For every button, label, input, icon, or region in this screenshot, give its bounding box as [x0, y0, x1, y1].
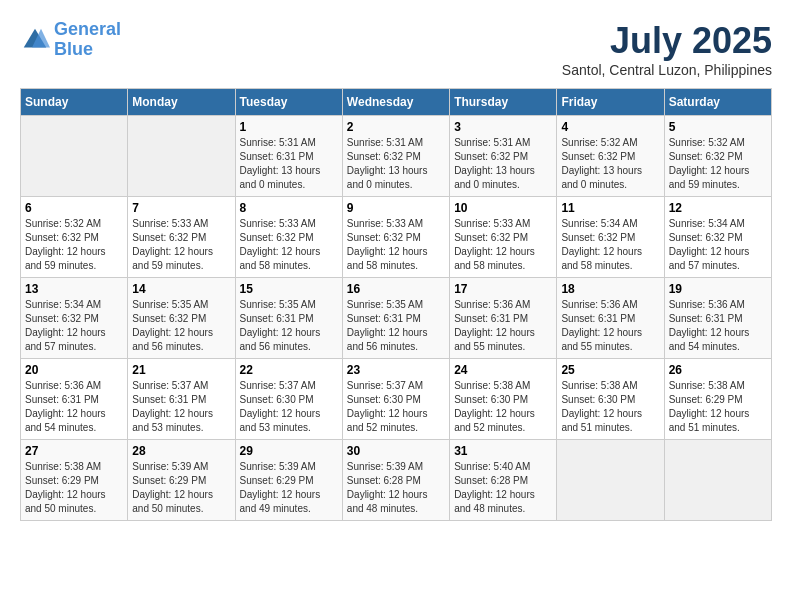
calendar-cell: 29Sunrise: 5:39 AMSunset: 6:29 PMDayligh… [235, 440, 342, 521]
day-detail: Sunrise: 5:39 AMSunset: 6:29 PMDaylight:… [240, 460, 338, 516]
calendar-body: 1Sunrise: 5:31 AMSunset: 6:31 PMDaylight… [21, 116, 772, 521]
calendar-cell: 22Sunrise: 5:37 AMSunset: 6:30 PMDayligh… [235, 359, 342, 440]
calendar-cell: 31Sunrise: 5:40 AMSunset: 6:28 PMDayligh… [450, 440, 557, 521]
calendar-cell: 30Sunrise: 5:39 AMSunset: 6:28 PMDayligh… [342, 440, 449, 521]
day-number: 21 [132, 363, 230, 377]
day-number: 27 [25, 444, 123, 458]
day-detail: Sunrise: 5:37 AMSunset: 6:30 PMDaylight:… [347, 379, 445, 435]
calendar-week: 20Sunrise: 5:36 AMSunset: 6:31 PMDayligh… [21, 359, 772, 440]
logo-icon [20, 25, 50, 55]
day-detail: Sunrise: 5:37 AMSunset: 6:30 PMDaylight:… [240, 379, 338, 435]
day-number: 7 [132, 201, 230, 215]
calendar-cell: 15Sunrise: 5:35 AMSunset: 6:31 PMDayligh… [235, 278, 342, 359]
day-detail: Sunrise: 5:38 AMSunset: 6:29 PMDaylight:… [669, 379, 767, 435]
calendar-cell: 26Sunrise: 5:38 AMSunset: 6:29 PMDayligh… [664, 359, 771, 440]
weekday-label: Sunday [21, 89, 128, 116]
calendar-cell: 2Sunrise: 5:31 AMSunset: 6:32 PMDaylight… [342, 116, 449, 197]
day-number: 11 [561, 201, 659, 215]
day-detail: Sunrise: 5:38 AMSunset: 6:29 PMDaylight:… [25, 460, 123, 516]
calendar-cell: 3Sunrise: 5:31 AMSunset: 6:32 PMDaylight… [450, 116, 557, 197]
calendar-cell: 19Sunrise: 5:36 AMSunset: 6:31 PMDayligh… [664, 278, 771, 359]
day-number: 16 [347, 282, 445, 296]
calendar-cell: 1Sunrise: 5:31 AMSunset: 6:31 PMDaylight… [235, 116, 342, 197]
weekday-label: Tuesday [235, 89, 342, 116]
weekday-header: SundayMondayTuesdayWednesdayThursdayFrid… [21, 89, 772, 116]
calendar-cell [664, 440, 771, 521]
day-detail: Sunrise: 5:36 AMSunset: 6:31 PMDaylight:… [454, 298, 552, 354]
day-number: 23 [347, 363, 445, 377]
weekday-label: Friday [557, 89, 664, 116]
day-detail: Sunrise: 5:37 AMSunset: 6:31 PMDaylight:… [132, 379, 230, 435]
day-number: 1 [240, 120, 338, 134]
day-detail: Sunrise: 5:36 AMSunset: 6:31 PMDaylight:… [669, 298, 767, 354]
calendar-cell: 8Sunrise: 5:33 AMSunset: 6:32 PMDaylight… [235, 197, 342, 278]
day-detail: Sunrise: 5:33 AMSunset: 6:32 PMDaylight:… [454, 217, 552, 273]
day-detail: Sunrise: 5:34 AMSunset: 6:32 PMDaylight:… [25, 298, 123, 354]
day-number: 14 [132, 282, 230, 296]
day-number: 6 [25, 201, 123, 215]
day-detail: Sunrise: 5:32 AMSunset: 6:32 PMDaylight:… [561, 136, 659, 192]
calendar-week: 27Sunrise: 5:38 AMSunset: 6:29 PMDayligh… [21, 440, 772, 521]
page-header: General Blue July 2025 Santol, Central L… [20, 20, 772, 78]
calendar-cell: 14Sunrise: 5:35 AMSunset: 6:32 PMDayligh… [128, 278, 235, 359]
day-detail: Sunrise: 5:36 AMSunset: 6:31 PMDaylight:… [25, 379, 123, 435]
day-detail: Sunrise: 5:40 AMSunset: 6:28 PMDaylight:… [454, 460, 552, 516]
day-number: 8 [240, 201, 338, 215]
day-detail: Sunrise: 5:35 AMSunset: 6:31 PMDaylight:… [347, 298, 445, 354]
logo-text: General Blue [54, 20, 121, 60]
day-detail: Sunrise: 5:38 AMSunset: 6:30 PMDaylight:… [561, 379, 659, 435]
day-number: 18 [561, 282, 659, 296]
calendar-cell: 23Sunrise: 5:37 AMSunset: 6:30 PMDayligh… [342, 359, 449, 440]
day-number: 3 [454, 120, 552, 134]
day-detail: Sunrise: 5:33 AMSunset: 6:32 PMDaylight:… [240, 217, 338, 273]
calendar-cell: 13Sunrise: 5:34 AMSunset: 6:32 PMDayligh… [21, 278, 128, 359]
day-detail: Sunrise: 5:32 AMSunset: 6:32 PMDaylight:… [25, 217, 123, 273]
calendar-cell: 16Sunrise: 5:35 AMSunset: 6:31 PMDayligh… [342, 278, 449, 359]
calendar-cell: 28Sunrise: 5:39 AMSunset: 6:29 PMDayligh… [128, 440, 235, 521]
calendar-week: 6Sunrise: 5:32 AMSunset: 6:32 PMDaylight… [21, 197, 772, 278]
calendar-table: SundayMondayTuesdayWednesdayThursdayFrid… [20, 88, 772, 521]
day-detail: Sunrise: 5:33 AMSunset: 6:32 PMDaylight:… [347, 217, 445, 273]
day-detail: Sunrise: 5:39 AMSunset: 6:28 PMDaylight:… [347, 460, 445, 516]
calendar-cell: 27Sunrise: 5:38 AMSunset: 6:29 PMDayligh… [21, 440, 128, 521]
calendar-cell: 21Sunrise: 5:37 AMSunset: 6:31 PMDayligh… [128, 359, 235, 440]
day-detail: Sunrise: 5:38 AMSunset: 6:30 PMDaylight:… [454, 379, 552, 435]
day-number: 24 [454, 363, 552, 377]
day-detail: Sunrise: 5:36 AMSunset: 6:31 PMDaylight:… [561, 298, 659, 354]
day-number: 28 [132, 444, 230, 458]
calendar-cell [557, 440, 664, 521]
day-number: 19 [669, 282, 767, 296]
calendar-cell: 5Sunrise: 5:32 AMSunset: 6:32 PMDaylight… [664, 116, 771, 197]
month-title: July 2025 [562, 20, 772, 62]
calendar-week: 1Sunrise: 5:31 AMSunset: 6:31 PMDaylight… [21, 116, 772, 197]
day-detail: Sunrise: 5:39 AMSunset: 6:29 PMDaylight:… [132, 460, 230, 516]
weekday-label: Wednesday [342, 89, 449, 116]
calendar-week: 13Sunrise: 5:34 AMSunset: 6:32 PMDayligh… [21, 278, 772, 359]
calendar-cell: 17Sunrise: 5:36 AMSunset: 6:31 PMDayligh… [450, 278, 557, 359]
location: Santol, Central Luzon, Philippines [562, 62, 772, 78]
day-number: 12 [669, 201, 767, 215]
logo: General Blue [20, 20, 121, 60]
title-area: July 2025 Santol, Central Luzon, Philipp… [562, 20, 772, 78]
day-number: 2 [347, 120, 445, 134]
day-number: 20 [25, 363, 123, 377]
day-number: 10 [454, 201, 552, 215]
day-detail: Sunrise: 5:35 AMSunset: 6:32 PMDaylight:… [132, 298, 230, 354]
day-detail: Sunrise: 5:31 AMSunset: 6:32 PMDaylight:… [454, 136, 552, 192]
calendar-cell: 25Sunrise: 5:38 AMSunset: 6:30 PMDayligh… [557, 359, 664, 440]
day-number: 30 [347, 444, 445, 458]
day-number: 15 [240, 282, 338, 296]
weekday-label: Saturday [664, 89, 771, 116]
calendar-cell: 18Sunrise: 5:36 AMSunset: 6:31 PMDayligh… [557, 278, 664, 359]
day-number: 25 [561, 363, 659, 377]
day-number: 9 [347, 201, 445, 215]
day-detail: Sunrise: 5:31 AMSunset: 6:32 PMDaylight:… [347, 136, 445, 192]
calendar-cell [128, 116, 235, 197]
weekday-label: Monday [128, 89, 235, 116]
day-detail: Sunrise: 5:33 AMSunset: 6:32 PMDaylight:… [132, 217, 230, 273]
day-number: 17 [454, 282, 552, 296]
calendar-cell: 9Sunrise: 5:33 AMSunset: 6:32 PMDaylight… [342, 197, 449, 278]
calendar-cell: 6Sunrise: 5:32 AMSunset: 6:32 PMDaylight… [21, 197, 128, 278]
weekday-label: Thursday [450, 89, 557, 116]
day-detail: Sunrise: 5:34 AMSunset: 6:32 PMDaylight:… [561, 217, 659, 273]
